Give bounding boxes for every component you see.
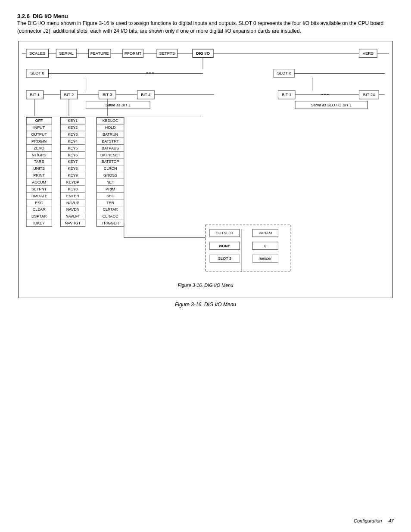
svg-text:• • •: • • •: [146, 70, 154, 75]
svg-text:SERIAL: SERIAL: [59, 51, 73, 56]
svg-text:KEY7: KEY7: [68, 159, 78, 164]
svg-text:BIT 1: BIT 1: [30, 92, 40, 97]
svg-text:PROGIN: PROGIN: [31, 139, 47, 143]
svg-text:KEY3: KEY3: [68, 132, 78, 137]
page-number: 47: [389, 518, 394, 523]
svg-text:TIMDATE: TIMDATE: [31, 194, 47, 198]
svg-text:KEY1: KEY1: [68, 118, 78, 123]
figure-caption: Figure 3-16. DIG I/O Menu: [17, 302, 394, 308]
svg-text:ZERO: ZERO: [34, 146, 44, 150]
svg-text:KEY5: KEY5: [68, 146, 78, 150]
svg-text:PRINT: PRINT: [33, 173, 45, 177]
section-description: The DIG I/O menu shown in Figure 3-16 is…: [17, 19, 394, 35]
svg-text:PRIM: PRIM: [106, 187, 115, 191]
svg-text:OUTPUT: OUTPUT: [31, 132, 47, 137]
svg-text:CLRACC: CLRACC: [103, 214, 118, 218]
svg-text:KEY2: KEY2: [68, 125, 78, 130]
svg-text:SCALES: SCALES: [29, 51, 45, 56]
svg-text:BATSTOP: BATSTOP: [102, 159, 119, 164]
svg-text:VERS: VERS: [363, 51, 374, 56]
svg-text:CLRCN: CLRCN: [104, 166, 117, 171]
page-footer: Configuration 47: [354, 518, 394, 523]
svg-text:BIT 1: BIT 1: [282, 92, 291, 97]
svg-text:Figure 3-16. DIG I/O Menu: Figure 3-16. DIG I/O Menu: [178, 283, 234, 288]
svg-text:ACCUM: ACCUM: [32, 180, 46, 184]
svg-text:TARE: TARE: [34, 159, 44, 164]
svg-text:ENTER: ENTER: [66, 194, 80, 198]
svg-text:SEC: SEC: [106, 194, 115, 198]
svg-text:NAVRGT: NAVRGT: [65, 221, 81, 225]
svg-text:IDKEY: IDKEY: [33, 221, 45, 225]
svg-text:SETPNT: SETPNT: [31, 187, 47, 191]
diagram-svg: SCALES SERIAL FEATURE PFORMT SETPTS DIG …: [22, 46, 389, 293]
diagram-container: SCALES SERIAL FEATURE PFORMT SETPTS DIG …: [18, 41, 393, 298]
svg-text:SLOT 3: SLOT 3: [218, 256, 231, 261]
svg-text:KEYDP: KEYDP: [66, 180, 79, 184]
svg-text:SLOT x: SLOT x: [277, 71, 291, 75]
svg-text:HOLD: HOLD: [105, 125, 116, 130]
svg-text:FEATURE: FEATURE: [90, 51, 109, 56]
svg-text:GROSS: GROSS: [103, 173, 117, 177]
svg-text:BATSTRT: BATSTRT: [102, 139, 119, 143]
svg-text:BATPAUS: BATPAUS: [102, 146, 119, 150]
svg-text:BATRESET: BATRESET: [100, 153, 121, 157]
svg-text:ESC: ESC: [35, 201, 43, 205]
svg-text:NAVUP: NAVUP: [66, 201, 79, 205]
svg-text:• • •: • • •: [321, 92, 329, 97]
svg-text:BIT 4: BIT 4: [141, 92, 150, 97]
section-header: 3.2.6 DIG I/O Menu The DIG I/O menu show…: [17, 13, 394, 35]
svg-text:KEY0: KEY0: [68, 187, 78, 191]
svg-text:KEY8: KEY8: [68, 166, 78, 171]
svg-text:DSPTAR: DSPTAR: [31, 214, 47, 218]
svg-text:NONE: NONE: [219, 244, 230, 248]
svg-text:PFORMT: PFORMT: [125, 51, 142, 56]
svg-text:OUTSLOT: OUTSLOT: [216, 231, 234, 235]
footer-label: Configuration: [354, 518, 382, 523]
svg-text:OFF: OFF: [35, 118, 43, 123]
svg-text:KEY9: KEY9: [68, 173, 78, 177]
svg-text:BIT 3: BIT 3: [103, 92, 112, 97]
svg-text:BIT 2: BIT 2: [64, 92, 74, 97]
svg-text:TRIGGER: TRIGGER: [102, 221, 119, 225]
svg-text:SETPTS: SETPTS: [159, 51, 175, 56]
svg-text:SLOT 0: SLOT 0: [31, 71, 44, 75]
svg-text:NT/GRS: NT/GRS: [32, 153, 47, 157]
svg-text:BIT 24: BIT 24: [363, 92, 375, 97]
svg-text:KEY6: KEY6: [68, 153, 78, 157]
svg-text:Same as SLOT 0, BIT 1: Same as SLOT 0, BIT 1: [311, 103, 352, 107]
svg-text:KEY4: KEY4: [68, 139, 78, 143]
svg-text:0: 0: [264, 244, 266, 248]
svg-text:CLRTAR: CLRTAR: [103, 207, 118, 212]
svg-text:KBDLOC: KBDLOC: [103, 118, 118, 123]
section-title: 3.2.6 DIG I/O Menu: [17, 13, 68, 19]
svg-text:PARAM: PARAM: [258, 231, 272, 235]
svg-text:NET: NET: [106, 180, 114, 184]
svg-text:DIG I/O: DIG I/O: [196, 51, 210, 56]
svg-text:UNITS: UNITS: [33, 166, 45, 171]
svg-text:NAVLFT: NAVLFT: [65, 214, 80, 218]
svg-text:NAVDN: NAVDN: [66, 207, 80, 212]
svg-text:CLEAR: CLEAR: [33, 207, 46, 212]
svg-text:Same as BIT 1: Same as BIT 1: [105, 103, 131, 107]
svg-text:TER: TER: [106, 201, 114, 205]
svg-text:number: number: [259, 256, 272, 261]
svg-text:INPUT: INPUT: [33, 125, 45, 130]
svg-text:BATRUN: BATRUN: [103, 132, 118, 137]
